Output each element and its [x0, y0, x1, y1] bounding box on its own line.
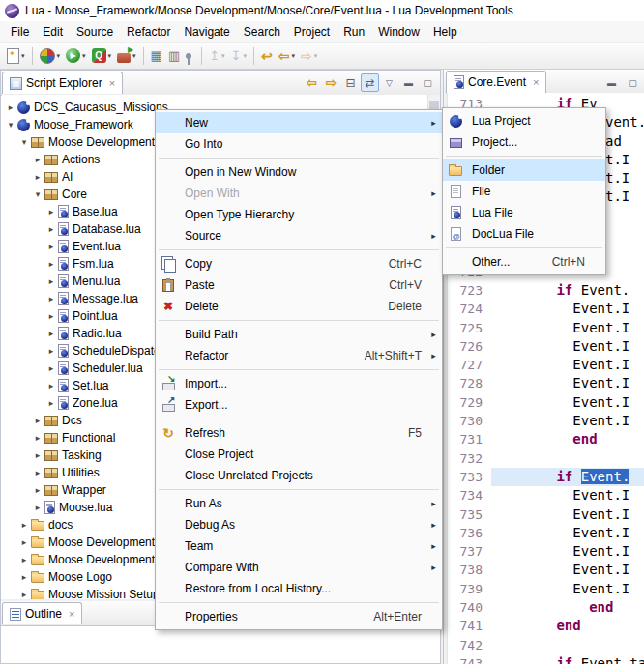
- tab-outline[interactable]: Outline ×: [2, 602, 82, 624]
- expand-arrow-icon[interactable]: ▸: [44, 311, 58, 321]
- expand-arrow-icon[interactable]: ▸: [17, 590, 31, 599]
- code-text[interactable]: Event.I: [491, 374, 644, 392]
- expand-arrow-icon[interactable]: ▸: [44, 363, 58, 373]
- code-text[interactable]: Event.I: [491, 486, 644, 505]
- expand-arrow-icon[interactable]: ▸: [31, 416, 44, 425]
- new-submenu-item-other[interactable]: Other...Ctrl+N: [443, 251, 605, 273]
- expand-arrow-icon[interactable]: ▸: [44, 207, 58, 217]
- code-text[interactable]: Event.I: [491, 300, 644, 318]
- show-columns-icon[interactable]: ▥: [166, 45, 182, 67]
- code-text[interactable]: Event.I: [491, 505, 644, 524]
- dropdown-arrow-icon[interactable]: ▾: [108, 52, 112, 60]
- context-menu-item-team[interactable]: Team▸: [156, 535, 442, 557]
- expand-arrow-icon[interactable]: ▸: [31, 468, 44, 477]
- expand-arrow-icon[interactable]: ▸: [44, 276, 58, 286]
- code-text[interactable]: end: [491, 598, 644, 617]
- expand-arrow-icon[interactable]: ▸: [17, 572, 31, 582]
- expand-arrow-icon[interactable]: ▸: [44, 346, 58, 356]
- dropdown-arrow-icon[interactable]: ▾: [82, 52, 86, 60]
- last-edit-location-icon[interactable]: ↩: [259, 45, 275, 67]
- collapse-arrow-icon[interactable]: ▾: [31, 189, 44, 199]
- menubar-project[interactable]: Project: [287, 23, 337, 41]
- context-menu-item-paste[interactable]: PasteCtrl+V: [156, 274, 442, 296]
- context-menu-item-close-unrelated-projects[interactable]: Close Unrelated Projects: [156, 465, 442, 486]
- expand-arrow-icon[interactable]: ▸: [31, 433, 44, 443]
- dropdown-arrow-icon[interactable]: ▾: [244, 52, 248, 60]
- context-menu-item-delete[interactable]: ✖DeleteDelete: [156, 296, 442, 317]
- expand-arrow-icon[interactable]: ▸: [17, 520, 31, 530]
- code-text[interactable]: Event.I: [491, 542, 644, 561]
- pin-editor-icon[interactable]: [184, 45, 196, 67]
- new-wizard-icon[interactable]: ▾: [5, 45, 27, 67]
- expand-arrow-icon[interactable]: ▸: [17, 555, 31, 564]
- menubar-file[interactable]: File: [4, 23, 36, 41]
- context-menu-item-compare-with[interactable]: Compare With▸: [156, 557, 442, 578]
- code-text[interactable]: end: [491, 430, 644, 448]
- expand-arrow-icon[interactable]: ▸: [44, 381, 58, 390]
- expand-arrow-icon[interactable]: ▸: [44, 224, 58, 234]
- menubar-source[interactable]: Source: [70, 23, 120, 41]
- code-text[interactable]: [491, 636, 644, 654]
- tab-script-explorer[interactable]: ▦ Script Explorer ×: [2, 72, 123, 94]
- context-menu-item-import[interactable]: ↘Import...: [156, 373, 442, 394]
- new-submenu-item-doclua-file[interactable]: DocLua File: [443, 223, 605, 245]
- external-tools-icon[interactable]: ▾: [115, 45, 138, 67]
- expand-arrow-icon[interactable]: ▸: [31, 450, 44, 460]
- dropdown-arrow-icon[interactable]: ▾: [291, 52, 295, 60]
- maximize-icon[interactable]: ▢: [624, 73, 642, 92]
- forward-icon[interactable]: ⇨: [322, 73, 340, 92]
- expand-arrow-icon[interactable]: ▸: [31, 172, 44, 182]
- context-menu-item-new[interactable]: New▸: [156, 112, 442, 133]
- back-icon[interactable]: ⇦: [303, 73, 321, 92]
- code-text[interactable]: Event.I: [491, 319, 644, 337]
- code-text[interactable]: end: [491, 617, 644, 635]
- close-icon[interactable]: ×: [69, 608, 74, 620]
- code-text[interactable]: Event.I: [491, 337, 644, 356]
- maximize-icon[interactable]: ▢: [419, 73, 437, 92]
- menubar-window[interactable]: Window: [371, 23, 426, 41]
- forward-icon[interactable]: ⇨▾: [299, 45, 319, 67]
- close-icon[interactable]: ×: [109, 77, 115, 89]
- minimize-icon[interactable]: ▬: [602, 73, 621, 92]
- context-menu-item-properties[interactable]: PropertiesAlt+Enter: [156, 606, 442, 627]
- context-menu-item-go-into[interactable]: Go Into: [156, 133, 442, 155]
- code-text[interactable]: Event.I: [491, 356, 644, 374]
- code-text[interactable]: Event.I: [491, 412, 644, 430]
- view-menu-icon[interactable]: ▽: [380, 73, 398, 92]
- new-submenu-item-lua-project[interactable]: Lua Project: [443, 110, 605, 131]
- collapse-arrow-icon[interactable]: ▾: [4, 120, 17, 130]
- close-icon[interactable]: ×: [533, 76, 539, 88]
- collapse-arrow-icon[interactable]: ▾: [17, 137, 31, 147]
- menubar-help[interactable]: Help: [426, 23, 464, 41]
- show-grid-icon[interactable]: ▦: [149, 45, 164, 67]
- expand-arrow-icon[interactable]: ▸: [31, 155, 44, 164]
- minimize-icon[interactable]: ▬: [399, 73, 418, 92]
- expand-arrow-icon[interactable]: ▸: [44, 398, 58, 408]
- new-submenu-item-file[interactable]: File: [443, 181, 605, 202]
- context-menu-item-close-project[interactable]: Close Project: [156, 444, 442, 465]
- context-menu-item-source[interactable]: Source▸: [156, 225, 442, 246]
- context-menu-item-copy[interactable]: CopyCtrl+C: [156, 253, 442, 274]
- code-text[interactable]: Event.I: [491, 561, 644, 579]
- context-menu-item-build-path[interactable]: Build Path▸: [156, 324, 442, 345]
- code-text[interactable]: Event.I: [491, 393, 644, 412]
- menubar-refactor[interactable]: Refactor: [120, 23, 177, 41]
- menubar-search[interactable]: Search: [237, 23, 287, 41]
- context-menu-item-run-as[interactable]: Run As▸: [156, 493, 442, 514]
- code-text[interactable]: if Event.: [491, 468, 644, 486]
- menubar-navigate[interactable]: Navigate: [177, 23, 236, 41]
- code-text[interactable]: if Event.: [491, 281, 644, 300]
- expand-arrow-icon[interactable]: ▸: [44, 294, 58, 303]
- expand-arrow-icon[interactable]: ▸: [44, 329, 58, 338]
- code-text[interactable]: Event.I: [491, 524, 644, 542]
- run-icon[interactable]: ▶▾: [64, 45, 88, 67]
- context-menu-item-restore-from-local-history[interactable]: Restore from Local History...: [156, 578, 442, 599]
- new-submenu-item-lua-file[interactable]: Lua File: [443, 202, 605, 223]
- dropdown-arrow-icon[interactable]: ▾: [57, 52, 61, 60]
- context-menu-item-open-with[interactable]: Open With▸: [156, 183, 442, 204]
- expand-arrow-icon[interactable]: ▸: [31, 485, 44, 495]
- collapse-all-icon[interactable]: ⊟: [341, 73, 360, 92]
- dropdown-arrow-icon[interactable]: ▾: [314, 52, 318, 60]
- code-text[interactable]: if Event.ta: [491, 654, 644, 664]
- previous-annotation-icon[interactable]: ↥▾: [207, 45, 226, 67]
